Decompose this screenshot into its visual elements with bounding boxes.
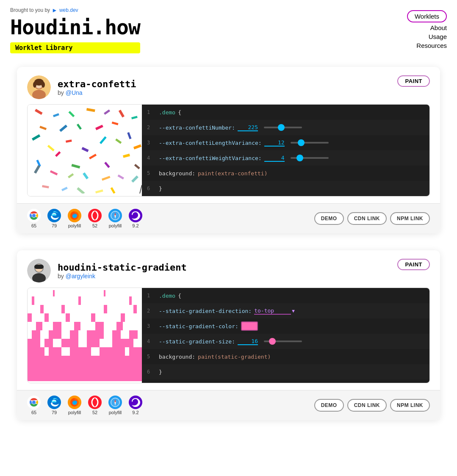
- action-buttons-confetti: DEMO CDN LINK NPM LINK: [314, 212, 430, 225]
- svg-point-49: [32, 214, 36, 217]
- nav-resources[interactable]: Resources: [416, 42, 447, 49]
- opera-label-2: 52: [92, 410, 97, 415]
- opera-icon-2: [88, 396, 102, 409]
- color-swatch[interactable]: [241, 321, 258, 331]
- browser-item-opera-2: 52: [88, 396, 102, 415]
- svg-rect-21: [47, 145, 55, 151]
- nav-worklets[interactable]: Worklets: [407, 10, 447, 22]
- confetti-number-input[interactable]: [238, 124, 258, 131]
- card-header-gradient: houdini-static-gradient by @argyleink PA…: [17, 250, 440, 288]
- npm-link-button-confetti[interactable]: NPM LINK: [390, 212, 430, 225]
- code-line-4: 4 --extra-confettiWeightVariance:: [142, 150, 429, 166]
- svg-rect-43: [77, 187, 85, 194]
- svg-rect-16: [77, 124, 82, 130]
- gradient-size-slider[interactable]: [264, 340, 302, 342]
- browser-item-samsung-2: 9.2: [129, 396, 142, 415]
- site-title: Houdini.how: [10, 15, 140, 39]
- card-by-confetti: by @Una: [58, 89, 136, 96]
- confetti-length-input[interactable]: [264, 139, 285, 147]
- firefox-label-1: polyfill: [68, 223, 81, 228]
- svg-rect-85: [112, 330, 121, 339]
- svg-rect-68: [36, 275, 42, 278]
- svg-rect-12: [119, 110, 125, 118]
- card-author-link-confetti[interactable]: @Una: [66, 89, 83, 96]
- svg-rect-41: [42, 185, 49, 188]
- opera-label-1: 52: [92, 223, 97, 228]
- gradient-code-line-1: 1 .demo {: [142, 288, 429, 303]
- svg-rect-75: [129, 347, 142, 356]
- gradient-code-line-2: 2 --static-gradient-direction: to-top to…: [142, 303, 429, 318]
- cdn-link-button-gradient[interactable]: CDN LINK: [347, 399, 387, 412]
- svg-rect-14: [39, 126, 47, 130]
- browser-row-gradient: 65 79 polyfill: [17, 390, 440, 420]
- browser-item-safari-1: polyfill: [108, 209, 122, 228]
- card-name-gradient: houdini-static-gradient: [58, 262, 187, 273]
- direction-select[interactable]: to-top to-bottom to-left to-right: [254, 307, 291, 315]
- svg-rect-35: [50, 170, 58, 175]
- nav-usage[interactable]: Usage: [429, 33, 447, 40]
- chrome-icon-2: [27, 396, 41, 409]
- svg-rect-26: [133, 144, 141, 149]
- svg-rect-96: [121, 313, 125, 322]
- code-panel-gradient: 1 .demo { 2 --static-gradient-direction:…: [142, 288, 429, 383]
- edge-icon-2: [47, 396, 61, 409]
- gradient-size-slider-container: [264, 340, 302, 342]
- cdn-link-button-confetti[interactable]: CDN LINK: [347, 212, 387, 225]
- code-line-1: 1 .demo {: [142, 105, 429, 120]
- svg-point-5: [33, 82, 36, 88]
- svg-rect-17: [95, 125, 103, 130]
- confetti-weight-input[interactable]: [264, 155, 285, 162]
- confetti-weight-slider[interactable]: [291, 157, 329, 159]
- svg-rect-82: [49, 330, 61, 339]
- svg-rect-80: [112, 339, 133, 347]
- npm-link-button-gradient[interactable]: NPM LINK: [390, 399, 430, 412]
- header-left: Brought to you by ► web.dev Houdini.how …: [10, 7, 140, 53]
- svg-rect-33: [134, 164, 140, 169]
- code-line-3: 3 --extra-confettiLengthVariance:: [142, 135, 429, 150]
- slider-container-1: [264, 127, 302, 128]
- slider-container-2: [291, 142, 329, 144]
- firefox-icon-2: [68, 396, 81, 409]
- nav-about[interactable]: About: [430, 24, 447, 31]
- safari-label-2: polyfill: [109, 410, 122, 415]
- browser-item-firefox-2: polyfill: [68, 396, 81, 415]
- demo-button-confetti[interactable]: DEMO: [314, 212, 344, 225]
- samsung-label-1: 9.2: [132, 223, 138, 228]
- action-buttons-gradient: DEMO CDN LINK NPM LINK: [314, 399, 430, 412]
- demo-button-gradient[interactable]: DEMO: [314, 399, 344, 412]
- card-by-gradient: by @argyleink: [58, 273, 187, 280]
- confetti-length-slider[interactable]: [291, 142, 329, 144]
- svg-rect-29: [71, 164, 80, 169]
- confetti-number-slider[interactable]: [264, 127, 302, 128]
- confetti-preview: [28, 105, 142, 196]
- svg-rect-7: [35, 109, 43, 115]
- gradient-size-input[interactable]: [238, 338, 258, 345]
- browser-item-edge-1: 79: [47, 209, 61, 228]
- safari-icon-2: [108, 396, 122, 409]
- code-panel-confetti: 1 .demo { 2 --extra-confettiNumber: 3: [142, 105, 429, 196]
- web-dev-icon: ►: [52, 7, 58, 14]
- code-line-2: 2 --extra-confettiNumber:: [142, 120, 429, 135]
- svg-rect-24: [100, 136, 107, 144]
- dropdown-arrow: ▼: [292, 308, 295, 314]
- svg-rect-19: [127, 132, 131, 139]
- firefox-label-2: polyfill: [68, 410, 81, 415]
- card-author-link-gradient[interactable]: @argyleink: [66, 273, 95, 280]
- svg-rect-77: [44, 339, 53, 347]
- brought-by-text: Brought to you by: [10, 7, 50, 13]
- svg-rect-104: [53, 290, 55, 296]
- code-line-6: 6 }: [142, 181, 429, 196]
- gradient-preview: [28, 288, 142, 383]
- samsung-icon-1: [129, 209, 142, 222]
- svg-rect-71: [28, 347, 44, 356]
- svg-rect-101: [32, 296, 34, 305]
- svg-point-62: [129, 209, 142, 222]
- demo-area-gradient: 1 .demo { 2 --static-gradient-direction:…: [27, 288, 430, 383]
- chrome-label-2: 65: [31, 410, 36, 415]
- browser-item-firefox-1: polyfill: [68, 209, 81, 228]
- browser-item-chrome-1: 65: [27, 209, 41, 228]
- svg-rect-40: [131, 175, 138, 183]
- svg-point-6: [42, 82, 45, 88]
- svg-rect-67: [34, 265, 44, 269]
- svg-rect-78: [61, 339, 78, 347]
